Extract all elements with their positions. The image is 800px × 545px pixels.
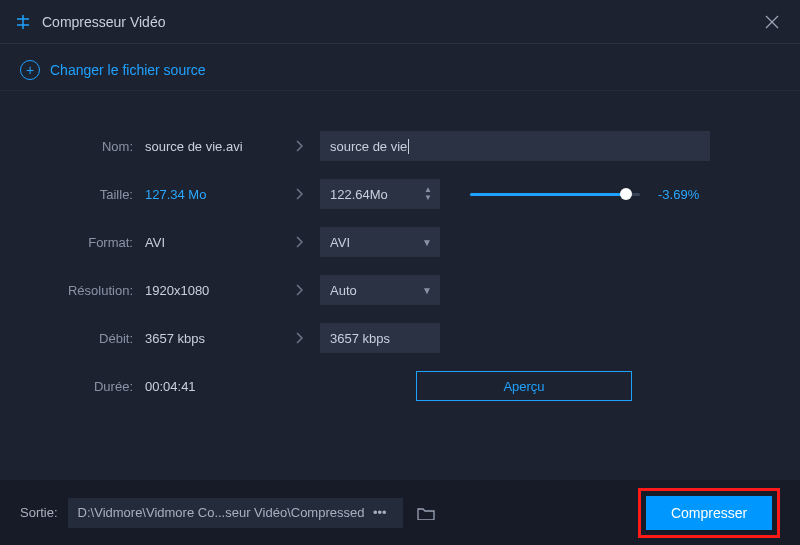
- size-input-text: 122.64Mo: [330, 187, 388, 202]
- current-resolution: 1920x1080: [145, 283, 280, 298]
- output-path-box[interactable]: D:\Vidmore\Vidmore Co...seur Vidéo\Compr…: [68, 498, 403, 528]
- chevron-right-icon: [280, 188, 320, 200]
- chevron-right-icon: [280, 332, 320, 344]
- resolution-select-text: Auto: [330, 283, 357, 298]
- row-duration: Durée: 00:04:41 Aperçu: [50, 371, 750, 401]
- compress-button[interactable]: Compresser: [646, 496, 772, 530]
- app-icon: [14, 13, 32, 31]
- row-format: Format: AVI AVI ▼: [50, 227, 750, 257]
- chevron-right-icon: [280, 140, 320, 152]
- label-resolution: Résolution:: [50, 283, 145, 298]
- slider-handle[interactable]: [620, 188, 632, 200]
- resolution-select[interactable]: Auto ▼: [320, 275, 440, 305]
- row-size: Taille: 127.34 Mo 122.64Mo ▲ ▼ -3.69%: [50, 179, 750, 209]
- slider-fill: [470, 193, 626, 196]
- bitrate-input[interactable]: 3657 kbps: [320, 323, 440, 353]
- compress-button-label: Compresser: [671, 505, 747, 521]
- format-select-text: AVI: [330, 235, 350, 250]
- preview-button-label: Aperçu: [503, 379, 544, 394]
- label-size: Taille:: [50, 187, 145, 202]
- size-input[interactable]: 122.64Mo ▲ ▼: [320, 179, 440, 209]
- window-title: Compresseur Vidéo: [42, 14, 758, 30]
- browse-more-button[interactable]: •••: [367, 505, 393, 520]
- change-source-label: Changer le fichier source: [50, 62, 206, 78]
- compress-highlight: Compresser: [638, 488, 780, 538]
- preview-button[interactable]: Aperçu: [416, 371, 632, 401]
- change-source-button[interactable]: + Changer le fichier source: [0, 44, 800, 91]
- chevron-right-icon: [280, 284, 320, 296]
- current-size: 127.34 Mo: [145, 187, 280, 202]
- spinner-down-icon[interactable]: ▼: [420, 194, 436, 202]
- current-name: source de vie.avi: [145, 139, 280, 154]
- label-format: Format:: [50, 235, 145, 250]
- form-area: Nom: source de vie.avi source de vie Tai…: [0, 91, 800, 439]
- plus-circle-icon: +: [20, 60, 40, 80]
- format-select[interactable]: AVI ▼: [320, 227, 440, 257]
- name-input[interactable]: source de vie: [320, 131, 710, 161]
- label-bitrate: Débit:: [50, 331, 145, 346]
- row-resolution: Résolution: 1920x1080 Auto ▼: [50, 275, 750, 305]
- size-slider-wrap: -3.69%: [470, 187, 750, 202]
- label-duration: Durée:: [50, 379, 145, 394]
- row-name: Nom: source de vie.avi source de vie: [50, 131, 750, 161]
- row-bitrate: Débit: 3657 kbps 3657 kbps: [50, 323, 750, 353]
- text-cursor: [408, 139, 409, 154]
- label-name: Nom:: [50, 139, 145, 154]
- chevron-down-icon: ▼: [422, 285, 432, 296]
- current-bitrate: 3657 kbps: [145, 331, 280, 346]
- current-duration: 00:04:41: [145, 379, 280, 394]
- size-spinner[interactable]: ▲ ▼: [420, 181, 436, 207]
- chevron-down-icon: ▼: [422, 237, 432, 248]
- close-button[interactable]: [758, 8, 786, 36]
- size-slider[interactable]: [470, 193, 640, 196]
- current-format: AVI: [145, 235, 280, 250]
- bitrate-input-text: 3657 kbps: [330, 331, 390, 346]
- bottombar: Sortie: D:\Vidmore\Vidmore Co...seur Vid…: [0, 480, 800, 545]
- open-folder-button[interactable]: [415, 502, 437, 524]
- output-path-text: D:\Vidmore\Vidmore Co...seur Vidéo\Compr…: [78, 505, 367, 520]
- name-input-text: source de vie: [330, 139, 407, 154]
- size-percent: -3.69%: [658, 187, 699, 202]
- output-label: Sortie:: [20, 505, 58, 520]
- chevron-right-icon: [280, 236, 320, 248]
- titlebar: Compresseur Vidéo: [0, 0, 800, 44]
